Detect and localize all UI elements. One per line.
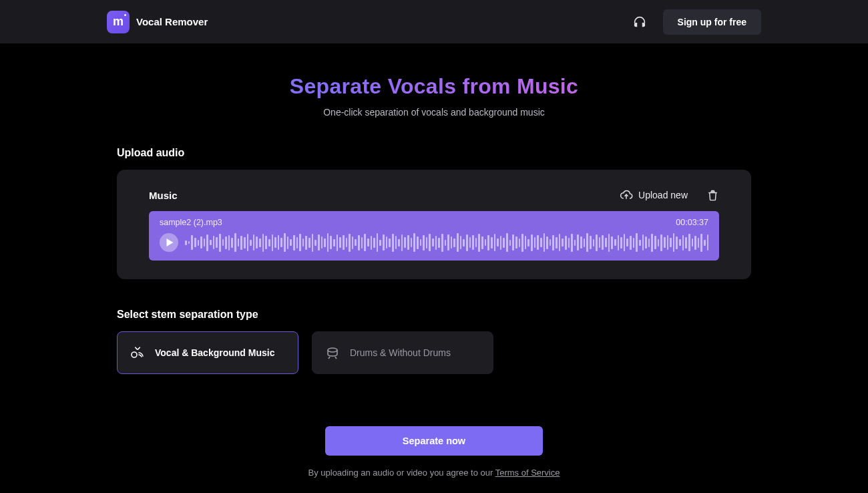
vocal-icon — [130, 345, 146, 361]
panel-label: Music — [149, 190, 178, 201]
separate-now-button[interactable]: Separate now — [325, 426, 543, 456]
stems-section-title: Select stem separation type — [117, 309, 751, 321]
svg-point-0 — [132, 352, 137, 357]
tos-link[interactable]: Terms of Service — [495, 468, 560, 478]
headset-icon[interactable] — [632, 15, 647, 29]
audio-track: sample2 (2).mp3 00:03:37 — [149, 211, 719, 261]
play-button[interactable] — [160, 233, 178, 252]
header-left: m Vocal Remover — [107, 11, 208, 33]
upload-new-button[interactable]: Upload new — [620, 188, 688, 202]
track-body — [160, 232, 708, 253]
disclaimer: By uploading an audio or video you agree… — [117, 468, 751, 478]
stems-options: Vocal & Background Music Drums & Without… — [117, 331, 751, 374]
header: m Vocal Remover Sign up for free — [0, 0, 868, 43]
disclaimer-text: By uploading an audio or video you agree… — [308, 468, 495, 478]
option-label: Drums & Without Drums — [350, 347, 451, 358]
app-logo[interactable]: m — [107, 11, 130, 33]
delete-button[interactable] — [706, 189, 719, 202]
track-filename: sample2 (2).mp3 — [160, 218, 222, 227]
play-icon — [165, 238, 174, 246]
main: Separate Vocals from Music One-click sep… — [0, 43, 868, 478]
svg-point-1 — [328, 348, 337, 352]
app-title: Vocal Remover — [136, 16, 208, 27]
cta-row: Separate now — [117, 426, 751, 456]
option-vocal-bg[interactable]: Vocal & Background Music — [117, 331, 298, 374]
upload-section-title: Upload audio — [117, 147, 751, 159]
hero: Separate Vocals from Music One-click sep… — [0, 74, 868, 118]
drums-icon — [324, 345, 341, 361]
hero-subtitle: One-click separation of vocals and backg… — [0, 107, 868, 118]
cloud-upload-icon — [620, 188, 633, 202]
upload-new-label: Upload new — [638, 190, 688, 200]
waveform[interactable] — [185, 232, 708, 253]
upload-section: Upload audio Music Upload new — [117, 147, 751, 478]
panel-header: Music Upload new — [149, 188, 719, 202]
signup-button[interactable]: Sign up for free — [663, 9, 761, 35]
option-drums[interactable]: Drums & Without Drums — [312, 331, 493, 374]
track-info: sample2 (2).mp3 00:03:37 — [160, 218, 708, 227]
header-right: Sign up for free — [632, 9, 761, 35]
track-duration: 00:03:37 — [676, 218, 708, 227]
trash-icon — [706, 189, 719, 202]
panel-actions: Upload new — [620, 188, 719, 202]
upload-panel: Music Upload new — [117, 170, 751, 279]
hero-title: Separate Vocals from Music — [0, 74, 868, 99]
option-label: Vocal & Background Music — [155, 347, 274, 358]
